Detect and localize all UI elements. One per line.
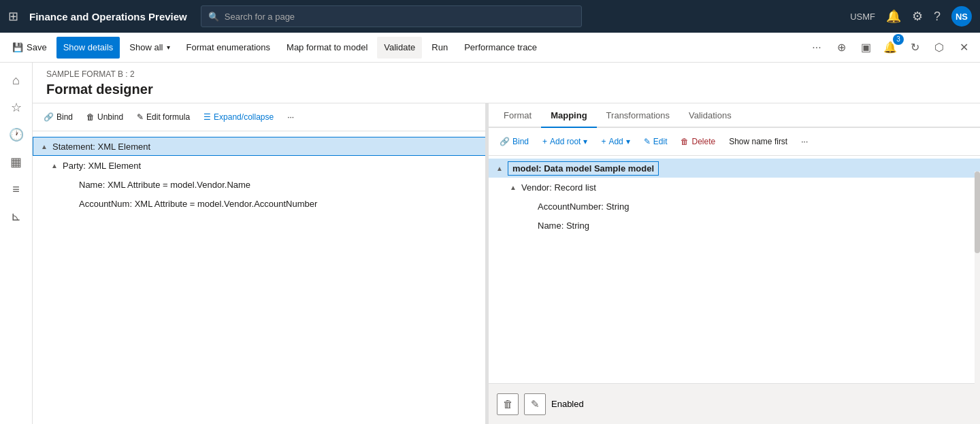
settings-icon[interactable]: ⚙	[912, 9, 923, 24]
show-details-button[interactable]: Show details	[56, 37, 120, 59]
page-header: SAMPLE FORMAT B : 2 Format designer	[33, 63, 980, 103]
tree-item-name[interactable]: Name: XML Attribute = model.Vendor.Name	[33, 175, 488, 194]
sidebar-recent-icon[interactable]: 🕐	[4, 123, 29, 147]
tree-item-statement[interactable]: ▲ Statement: XML Element	[33, 137, 488, 156]
search-bar[interactable]: 🔍 Search for a page	[201, 5, 582, 27]
user-avatar[interactable]: NS	[951, 6, 972, 27]
delete-icon: 🗑	[681, 137, 689, 146]
notification-wrapper: 🔔 3	[879, 37, 901, 59]
help-icon[interactable]: ?	[934, 10, 941, 24]
toggle-namestring-icon	[524, 220, 535, 231]
show-name-first-button[interactable]: Show name first	[723, 132, 793, 151]
search-icon: 🔍	[208, 12, 219, 22]
model-item-root[interactable]: ▲ model: Data model Sample model	[489, 159, 980, 178]
edit-pencil-icon: ✎	[531, 398, 540, 410]
page-layout: ⌂ ☆ 🕐 ▦ ≡ ⊾ SAMPLE FORMAT B : 2 Format d…	[0, 63, 980, 424]
expand-collapse-button[interactable]: ☰ Expand/collapse	[198, 108, 279, 127]
add-chevron-icon: ▾	[626, 137, 630, 146]
expand-icon: ☰	[203, 112, 211, 122]
sidebar-filter-icon[interactable]: ⊾	[4, 204, 29, 229]
tree-item-label: Statement: XML Element	[52, 142, 150, 152]
bottom-edit-button[interactable]: ✎	[524, 393, 546, 415]
right-bind-button[interactable]: 🔗 Bind	[494, 132, 534, 151]
notifications-icon[interactable]: 🔔	[886, 9, 901, 24]
panel-toolbar: 🔗 Bind 🗑 Unbind ✎ Edit formula ☰ Expand/…	[33, 103, 488, 131]
edit-icon: ✎	[137, 112, 144, 122]
tab-transformations[interactable]: Transformations	[597, 103, 679, 128]
main-content: SAMPLE FORMAT B : 2 Format designer 🔗 Bi…	[33, 63, 980, 424]
tree-item-label: AccountNum: XML Attribute = model.Vendor…	[79, 199, 317, 209]
show-all-chevron-icon: ▾	[167, 44, 170, 51]
refresh-button[interactable]: ↻	[904, 37, 926, 59]
tab-mapping[interactable]: Mapping	[541, 103, 596, 128]
model-item-label: model: Data model Sample model	[508, 161, 659, 176]
model-item-label: AccountNumber: String	[538, 201, 629, 212]
model-item-label: Vendor: Record list	[521, 182, 596, 193]
sidebar-workspaces-icon[interactable]: ▦	[4, 150, 29, 174]
connector-icon[interactable]: ⊕	[830, 37, 852, 59]
delete-button[interactable]: 🗑 Delete	[675, 132, 721, 151]
toggle-name-icon	[65, 179, 76, 190]
sidebar-favorites-icon[interactable]: ☆	[4, 95, 29, 120]
right-link-icon: 🔗	[500, 137, 510, 146]
org-label: USMF	[850, 12, 875, 22]
notification-badge: 3	[893, 34, 904, 45]
unbind-button[interactable]: 🗑 Unbind	[81, 108, 129, 127]
pencil-icon: ✎	[644, 137, 651, 146]
toggle-accountnum-icon	[65, 198, 76, 209]
link-icon: 🔗	[44, 112, 54, 122]
bottom-delete-button[interactable]: 🗑	[497, 393, 519, 415]
panel-resize-handle[interactable]	[485, 103, 488, 424]
show-all-button[interactable]: Show all ▾	[122, 37, 176, 59]
add-root-chevron-icon: ▾	[583, 137, 587, 146]
tree-item-label: Name: XML Attribute = model.Vendor.Name	[79, 180, 250, 190]
tree-item-party[interactable]: ▲ Party: XML Element	[33, 156, 488, 175]
left-sidebar: ⌂ ☆ 🕐 ▦ ≡ ⊾	[0, 63, 33, 424]
tree-item-accountnum[interactable]: AccountNum: XML Attribute = model.Vendor…	[33, 194, 488, 213]
validate-button[interactable]: Validate	[377, 37, 422, 59]
sidebar-home-icon[interactable]: ⌂	[4, 68, 29, 93]
left-panel-more-button[interactable]: ···	[282, 108, 299, 127]
edit-button[interactable]: ✎ Edit	[638, 132, 673, 151]
grid-icon[interactable]: ⊞	[8, 9, 18, 24]
model-item-label: Name: String	[538, 221, 589, 231]
tab-format[interactable]: Format	[494, 103, 541, 128]
add-root-icon: +	[542, 137, 547, 146]
add-button[interactable]: + Add ▾	[595, 132, 635, 151]
close-button[interactable]: ✕	[953, 37, 975, 59]
trash-icon: 🗑	[503, 398, 513, 410]
edit-formula-button[interactable]: ✎ Edit formula	[131, 108, 195, 127]
tree-item-label: Party: XML Element	[63, 161, 141, 171]
breadcrumb: SAMPLE FORMAT B : 2	[46, 69, 966, 79]
page-title: Format designer	[46, 82, 966, 97]
open-in-new-button[interactable]: ⬡	[928, 37, 950, 59]
app-title: Finance and Operations Preview	[29, 11, 187, 22]
model-item-namestring[interactable]: Name: String	[489, 216, 980, 235]
right-panel: Format Mapping Transformations Validatio…	[489, 103, 980, 424]
add-icon: +	[601, 137, 606, 146]
view-icon[interactable]: ▣	[855, 37, 877, 59]
designer-area: 🔗 Bind 🗑 Unbind ✎ Edit formula ☰ Expand/…	[33, 103, 980, 424]
run-button[interactable]: Run	[425, 37, 455, 59]
model-item-vendor[interactable]: ▲ Vendor: Record list	[489, 178, 980, 197]
top-navigation: ⊞ Finance and Operations Preview 🔍 Searc…	[0, 0, 980, 33]
save-button[interactable]: 💾 Save	[5, 37, 54, 59]
right-more-button[interactable]: ···	[796, 132, 813, 151]
toggle-party-icon: ▲	[49, 160, 60, 171]
format-tree: ▲ Statement: XML Element ▲ Party: XML El…	[33, 131, 488, 424]
add-root-button[interactable]: + Add root ▾	[537, 132, 593, 151]
right-scrollbar[interactable]	[975, 172, 980, 424]
mapping-tabs: Format Mapping Transformations Validatio…	[489, 103, 980, 128]
more-options-button[interactable]: ···	[806, 37, 828, 59]
toggle-accountnumber-icon	[524, 201, 535, 212]
format-enumerations-button[interactable]: Format enumerations	[180, 37, 278, 59]
tab-validations[interactable]: Validations	[679, 103, 741, 128]
bind-button[interactable]: 🔗 Bind	[38, 108, 78, 127]
performance-trace-button[interactable]: Performance trace	[457, 37, 544, 59]
model-item-accountnumber[interactable]: AccountNumber: String	[489, 197, 980, 216]
command-bar: 💾 Save Show details Show all ▾ Format en…	[0, 33, 980, 63]
bottom-section: 🗑 ✎ Enabled	[489, 383, 980, 424]
sidebar-modules-icon[interactable]: ≡	[4, 177, 29, 201]
model-tree: ▲ model: Data model Sample model ▲ Vendo…	[489, 156, 980, 383]
map-format-to-model-button[interactable]: Map format to model	[280, 37, 374, 59]
